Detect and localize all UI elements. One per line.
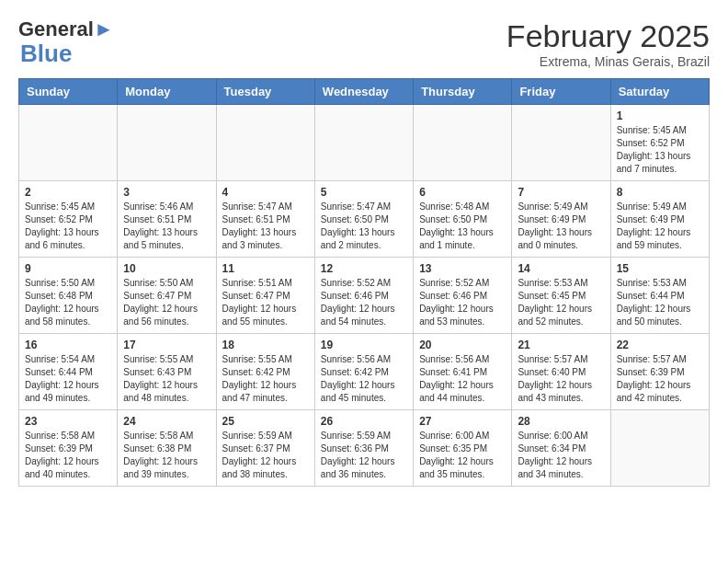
- day-cell: 8Sunrise: 5:49 AM Sunset: 6:49 PM Daylig…: [610, 181, 709, 258]
- day-number: 16: [25, 339, 111, 351]
- day-info: Sunrise: 5:50 AM Sunset: 6:47 PM Dayligh…: [123, 277, 210, 328]
- day-cell: [610, 410, 709, 487]
- logo: General► Blue: [18, 18, 114, 67]
- day-info: Sunrise: 5:54 AM Sunset: 6:44 PM Dayligh…: [25, 353, 111, 405]
- logo-subtext: Blue: [20, 40, 72, 67]
- day-cell: 19Sunrise: 5:56 AM Sunset: 6:42 PM Dayli…: [314, 334, 413, 410]
- day-cell: [512, 105, 610, 181]
- day-info: Sunrise: 5:55 AM Sunset: 6:43 PM Dayligh…: [123, 353, 210, 405]
- day-info: Sunrise: 5:58 AM Sunset: 6:38 PM Dayligh…: [123, 430, 210, 481]
- day-info: Sunrise: 5:56 AM Sunset: 6:42 PM Dayligh…: [321, 353, 407, 405]
- day-cell: [314, 105, 413, 181]
- day-info: Sunrise: 5:45 AM Sunset: 6:52 PM Dayligh…: [617, 124, 703, 176]
- day-number: 24: [123, 415, 210, 428]
- header-saturday: Saturday: [610, 79, 709, 105]
- day-cell: 2Sunrise: 5:45 AM Sunset: 6:52 PM Daylig…: [19, 181, 118, 258]
- day-info: Sunrise: 5:58 AM Sunset: 6:39 PM Dayligh…: [25, 430, 111, 481]
- day-cell: 23Sunrise: 5:58 AM Sunset: 6:39 PM Dayli…: [19, 410, 118, 487]
- day-cell: 9Sunrise: 5:50 AM Sunset: 6:48 PM Daylig…: [19, 258, 118, 334]
- day-cell: 7Sunrise: 5:49 AM Sunset: 6:49 PM Daylig…: [512, 181, 610, 258]
- day-cell: 27Sunrise: 6:00 AM Sunset: 6:35 PM Dayli…: [414, 410, 512, 487]
- week-row-2: 2Sunrise: 5:45 AM Sunset: 6:52 PM Daylig…: [19, 181, 710, 258]
- day-info: Sunrise: 5:51 AM Sunset: 6:47 PM Dayligh…: [222, 277, 309, 328]
- day-number: 17: [123, 339, 210, 351]
- day-number: 22: [617, 339, 703, 351]
- day-number: 12: [321, 262, 407, 275]
- day-number: 23: [25, 415, 111, 428]
- day-number: 10: [123, 262, 210, 275]
- day-number: 9: [25, 262, 111, 275]
- day-info: Sunrise: 5:59 AM Sunset: 6:36 PM Dayligh…: [321, 430, 407, 481]
- day-number: 25: [222, 415, 309, 428]
- day-number: 3: [123, 186, 210, 199]
- week-row-5: 23Sunrise: 5:58 AM Sunset: 6:39 PM Dayli…: [19, 410, 710, 487]
- day-info: Sunrise: 5:47 AM Sunset: 6:50 PM Dayligh…: [321, 201, 407, 252]
- day-number: 28: [518, 415, 604, 428]
- day-cell: [216, 105, 314, 181]
- day-cell: 1Sunrise: 5:45 AM Sunset: 6:52 PM Daylig…: [610, 105, 709, 181]
- day-cell: 12Sunrise: 5:52 AM Sunset: 6:46 PM Dayli…: [314, 258, 413, 334]
- day-cell: 5Sunrise: 5:47 AM Sunset: 6:50 PM Daylig…: [314, 181, 413, 258]
- day-number: 15: [617, 262, 703, 275]
- day-number: 5: [321, 186, 407, 199]
- day-info: Sunrise: 5:56 AM Sunset: 6:41 PM Dayligh…: [419, 353, 506, 405]
- day-info: Sunrise: 5:59 AM Sunset: 6:37 PM Dayligh…: [222, 430, 309, 481]
- header-wednesday: Wednesday: [314, 79, 413, 105]
- header-tuesday: Tuesday: [216, 79, 314, 105]
- location: Extrema, Minas Gerais, Brazil: [506, 54, 710, 69]
- calendar-table: SundayMondayTuesdayWednesdayThursdayFrid…: [18, 78, 710, 487]
- day-number: 8: [617, 186, 703, 199]
- day-number: 20: [419, 339, 506, 351]
- title-block: February 2025 Extrema, Minas Gerais, Bra…: [506, 18, 710, 69]
- day-cell: 21Sunrise: 5:57 AM Sunset: 6:40 PM Dayli…: [512, 334, 610, 410]
- day-cell: [19, 105, 118, 181]
- week-row-1: 1Sunrise: 5:45 AM Sunset: 6:52 PM Daylig…: [19, 105, 710, 181]
- day-info: Sunrise: 5:45 AM Sunset: 6:52 PM Dayligh…: [25, 201, 111, 252]
- header-friday: Friday: [512, 79, 610, 105]
- day-info: Sunrise: 5:47 AM Sunset: 6:51 PM Dayligh…: [222, 201, 309, 252]
- day-info: Sunrise: 5:48 AM Sunset: 6:50 PM Dayligh…: [419, 201, 506, 252]
- day-cell: [118, 105, 216, 181]
- day-cell: 4Sunrise: 5:47 AM Sunset: 6:51 PM Daylig…: [216, 181, 314, 258]
- day-cell: 14Sunrise: 5:53 AM Sunset: 6:45 PM Dayli…: [512, 258, 610, 334]
- day-cell: 3Sunrise: 5:46 AM Sunset: 6:51 PM Daylig…: [118, 181, 216, 258]
- day-cell: 10Sunrise: 5:50 AM Sunset: 6:47 PM Dayli…: [118, 258, 216, 334]
- day-cell: 16Sunrise: 5:54 AM Sunset: 6:44 PM Dayli…: [19, 334, 118, 410]
- day-cell: 26Sunrise: 5:59 AM Sunset: 6:36 PM Dayli…: [314, 410, 413, 487]
- day-number: 2: [25, 186, 111, 199]
- day-info: Sunrise: 5:49 AM Sunset: 6:49 PM Dayligh…: [518, 201, 604, 252]
- day-info: Sunrise: 5:46 AM Sunset: 6:51 PM Dayligh…: [123, 201, 210, 252]
- day-info: Sunrise: 5:52 AM Sunset: 6:46 PM Dayligh…: [419, 277, 506, 328]
- day-number: 6: [419, 186, 506, 199]
- day-number: 26: [321, 415, 407, 428]
- day-number: 27: [419, 415, 506, 428]
- day-number: 14: [518, 262, 604, 275]
- day-info: Sunrise: 5:52 AM Sunset: 6:46 PM Dayligh…: [321, 277, 407, 328]
- week-row-3: 9Sunrise: 5:50 AM Sunset: 6:48 PM Daylig…: [19, 258, 710, 334]
- day-cell: 25Sunrise: 5:59 AM Sunset: 6:37 PM Dayli…: [216, 410, 314, 487]
- day-cell: 13Sunrise: 5:52 AM Sunset: 6:46 PM Dayli…: [414, 258, 512, 334]
- header-sunday: Sunday: [19, 79, 118, 105]
- day-cell: 22Sunrise: 5:57 AM Sunset: 6:39 PM Dayli…: [610, 334, 709, 410]
- day-number: 7: [518, 186, 604, 199]
- day-info: Sunrise: 5:49 AM Sunset: 6:49 PM Dayligh…: [617, 201, 703, 252]
- header-thursday: Thursday: [414, 79, 512, 105]
- header-monday: Monday: [118, 79, 216, 105]
- day-number: 4: [222, 186, 309, 199]
- page-header: General► Blue February 2025 Extrema, Min…: [18, 18, 710, 69]
- day-cell: [414, 105, 512, 181]
- day-cell: 6Sunrise: 5:48 AM Sunset: 6:50 PM Daylig…: [414, 181, 512, 258]
- day-cell: 17Sunrise: 5:55 AM Sunset: 6:43 PM Dayli…: [118, 334, 216, 410]
- day-cell: 28Sunrise: 6:00 AM Sunset: 6:34 PM Dayli…: [512, 410, 610, 487]
- day-cell: 24Sunrise: 5:58 AM Sunset: 6:38 PM Dayli…: [118, 410, 216, 487]
- day-info: Sunrise: 5:57 AM Sunset: 6:39 PM Dayligh…: [617, 353, 703, 405]
- day-info: Sunrise: 5:50 AM Sunset: 6:48 PM Dayligh…: [25, 277, 111, 328]
- day-info: Sunrise: 5:53 AM Sunset: 6:44 PM Dayligh…: [617, 277, 703, 328]
- week-row-4: 16Sunrise: 5:54 AM Sunset: 6:44 PM Dayli…: [19, 334, 710, 410]
- day-cell: 15Sunrise: 5:53 AM Sunset: 6:44 PM Dayli…: [610, 258, 709, 334]
- day-info: Sunrise: 5:57 AM Sunset: 6:40 PM Dayligh…: [518, 353, 604, 405]
- day-info: Sunrise: 5:55 AM Sunset: 6:42 PM Dayligh…: [222, 353, 309, 405]
- day-cell: 18Sunrise: 5:55 AM Sunset: 6:42 PM Dayli…: [216, 334, 314, 410]
- day-number: 21: [518, 339, 604, 351]
- day-info: Sunrise: 6:00 AM Sunset: 6:35 PM Dayligh…: [419, 430, 506, 481]
